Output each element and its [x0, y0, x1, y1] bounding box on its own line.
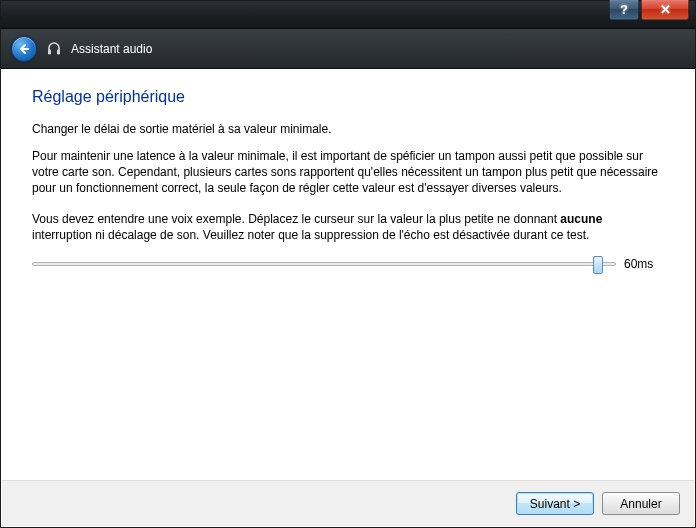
page-title: Réglage périphérique: [32, 88, 664, 106]
para2-pre: Vous devez entendre une voix exemple. Dé…: [32, 212, 560, 226]
headphones-icon: [45, 40, 63, 58]
latency-value-label: 60ms: [624, 257, 664, 271]
wizard-footer: Suivant > Annuler: [2, 480, 694, 526]
back-button[interactable]: [11, 36, 37, 62]
svg-rect-1: [48, 49, 51, 54]
next-button[interactable]: Suivant >: [516, 492, 594, 515]
svg-rect-2: [57, 49, 60, 54]
wizard-content: Réglage périphérique Changer le délai de…: [2, 70, 694, 480]
titlebar-buttons: ? ✕: [609, 0, 689, 20]
cancel-button[interactable]: Annuler: [602, 492, 680, 515]
latency-slider[interactable]: [32, 262, 616, 266]
close-icon: ✕: [660, 2, 671, 17]
wizard-window: ? ✕ Assistant audio Réglage périphérique…: [0, 0, 696, 528]
page-subtitle: Changer le délai de sortie matériel à sa…: [32, 122, 664, 136]
help-button[interactable]: ?: [609, 0, 639, 20]
paragraph-2: Vous devez entendre une voix exemple. Dé…: [32, 211, 664, 243]
titlebar: ? ✕: [1, 1, 695, 29]
latency-slider-thumb[interactable]: [593, 256, 603, 274]
latency-slider-row: 60ms: [32, 257, 664, 271]
para2-post: interruption ni décalage de son. Veuille…: [32, 228, 589, 242]
paragraph-1: Pour maintenir une latence à la valeur m…: [32, 148, 664, 197]
wizard-header: Assistant audio: [1, 29, 695, 69]
close-button[interactable]: ✕: [641, 0, 689, 20]
arrow-left-icon: [17, 42, 31, 56]
header-title: Assistant audio: [71, 42, 152, 56]
para2-bold: aucune: [560, 212, 602, 226]
help-icon: ?: [620, 2, 628, 17]
